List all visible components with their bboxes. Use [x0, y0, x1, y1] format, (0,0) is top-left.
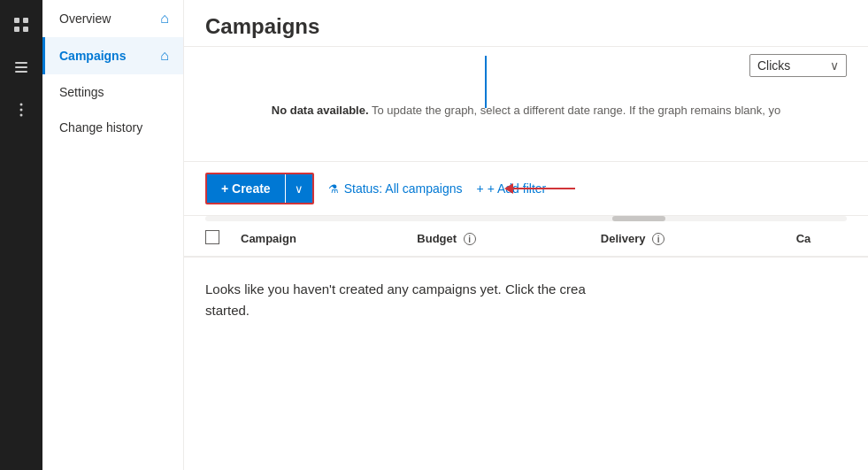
- sidebar-item-overview[interactable]: Overview ⌂: [42, 0, 183, 37]
- status-filter-button[interactable]: ⚗ Status: All campaigns: [328, 178, 463, 199]
- svg-point-8: [20, 109, 23, 112]
- delivery-info-icon[interactable]: i: [652, 233, 664, 245]
- svg-rect-4: [15, 62, 27, 64]
- campaigns-home-icon: ⌂: [160, 48, 169, 64]
- table-header-row: Campaign Budget i Delivery i Ca: [184, 221, 868, 257]
- arrow-line: [513, 188, 575, 189]
- more-dots-icon[interactable]: [4, 92, 39, 127]
- svg-rect-6: [15, 71, 27, 73]
- filter-funnel-icon: ⚗: [328, 182, 339, 196]
- empty-state: Looks like you haven't created any campa…: [184, 258, 868, 343]
- layers-icon[interactable]: [4, 50, 39, 85]
- sidebar-item-campaigns-label: Campaigns: [59, 49, 126, 63]
- add-filter-plus-icon: +: [477, 181, 484, 196]
- empty-state-text2: started.: [205, 303, 250, 318]
- no-data-bold: No data available.: [272, 104, 369, 117]
- arrow-annotation: [504, 183, 575, 194]
- arrow-head: [504, 183, 513, 194]
- campaign-column-label: Campaign: [241, 232, 296, 245]
- delivery-column-label: Delivery: [601, 232, 646, 245]
- campaign-column-header: Campaign: [230, 221, 406, 257]
- main-content: Campaigns Clicks ∨ No data available. To…: [184, 0, 868, 470]
- budget-column-label: Budget: [417, 232, 457, 245]
- empty-state-text: Looks like you haven't created any campa…: [205, 281, 586, 297]
- sidebar-item-change-history[interactable]: Change history: [42, 110, 183, 145]
- grid-icon[interactable]: [4, 7, 39, 42]
- sidebar-item-campaigns[interactable]: Campaigns ⌂: [42, 37, 183, 74]
- budget-info-icon[interactable]: i: [464, 233, 476, 245]
- svg-point-9: [20, 114, 23, 117]
- table-scroll-track: [205, 216, 847, 221]
- svg-rect-2: [14, 27, 19, 32]
- table-container: Campaign Budget i Delivery i Ca: [184, 216, 868, 470]
- icon-bar: [0, 0, 42, 470]
- create-button[interactable]: + Create: [207, 174, 285, 203]
- ca-column-header: Ca: [786, 221, 868, 257]
- table-scroll-thumb[interactable]: [612, 216, 665, 221]
- no-data-suffix: To update the graph, select a different …: [369, 104, 781, 117]
- select-all-checkbox[interactable]: [205, 230, 219, 244]
- svg-rect-0: [14, 18, 19, 23]
- metric-dropdown[interactable]: Clicks ∨: [749, 54, 847, 77]
- svg-rect-5: [15, 66, 27, 68]
- chart-controls: Clicks ∨: [205, 54, 847, 77]
- checkbox-column-header: [184, 221, 230, 257]
- create-button-group: + Create ∨: [205, 173, 314, 204]
- sidebar-item-change-history-label: Change history: [59, 120, 142, 135]
- sidebar-item-settings-label: Settings: [59, 85, 104, 99]
- svg-rect-1: [23, 18, 28, 23]
- page-title: Campaigns: [205, 14, 847, 39]
- chart-area: Clicks ∨ No data available. To update th…: [184, 47, 868, 162]
- sidebar: Overview ⌂ Campaigns ⌂ Settings Change h…: [42, 0, 184, 470]
- create-chevron-icon: ∨: [295, 182, 303, 196]
- campaigns-table: Campaign Budget i Delivery i Ca: [184, 221, 868, 343]
- metric-dropdown-label: Clicks: [757, 58, 790, 73]
- svg-point-7: [20, 104, 23, 106]
- budget-column-header: Budget i: [406, 221, 590, 257]
- chart-line-indicator: [485, 56, 487, 108]
- ca-column-label: Ca: [796, 232, 811, 245]
- delivery-column-header: Delivery i: [590, 221, 786, 257]
- svg-rect-3: [23, 27, 28, 32]
- filter-label: Status: All campaigns: [344, 181, 463, 196]
- toolbar: + Create ∨ ⚗ Status: All campaigns + + A…: [184, 162, 868, 216]
- sidebar-item-settings[interactable]: Settings: [42, 74, 183, 110]
- sidebar-item-overview-label: Overview: [59, 12, 111, 26]
- create-dropdown-button[interactable]: ∨: [285, 174, 312, 203]
- empty-state-row: Looks like you haven't created any campa…: [184, 257, 868, 343]
- overview-home-icon: ⌂: [160, 11, 169, 27]
- metric-dropdown-chevron: ∨: [830, 58, 839, 73]
- main-header: Campaigns: [184, 0, 868, 47]
- no-data-message: No data available. To update the graph, …: [205, 84, 847, 137]
